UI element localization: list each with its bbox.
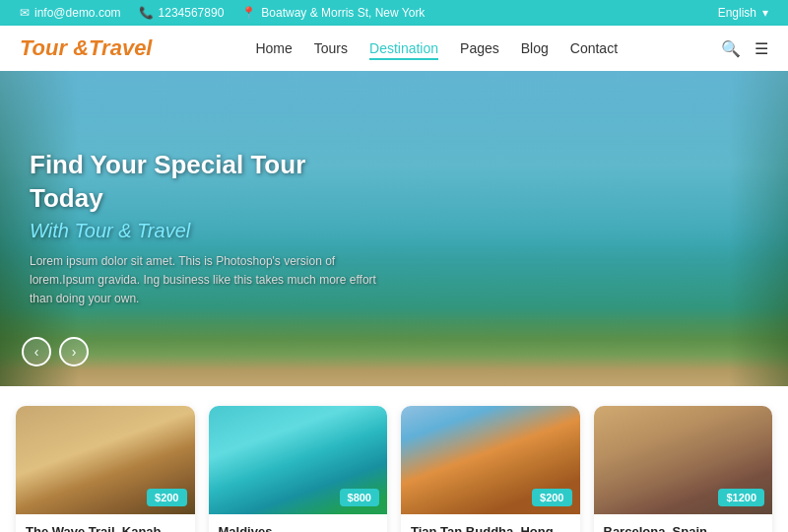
card-title: Barcelona, Spain: [604, 524, 763, 532]
card-image-wrap: $800: [209, 406, 388, 514]
chevron-down-icon: ▾: [762, 6, 768, 20]
wave-trail-card[interactable]: $200 The Wave Trail, Kanab Platea rutrum…: [16, 406, 195, 532]
nav-item-blog[interactable]: Blog: [521, 39, 549, 57]
nav-item-contact[interactable]: Contact: [570, 39, 618, 57]
search-icon[interactable]: 🔍: [721, 39, 741, 58]
logo-text: Tour &Travel: [20, 35, 152, 60]
email-item: ✉ info@demo.com: [20, 6, 121, 20]
card-price-badge: $800: [340, 489, 379, 506]
hero-section: Find Your Special Tour Today With Tour &…: [0, 71, 788, 386]
email-text: info@demo.com: [34, 6, 121, 20]
card-image-wrap: $200: [16, 406, 195, 514]
card-body: Maldives Platea rutrum. Enim quam: [209, 514, 388, 532]
card-image-wrap: $200: [401, 406, 580, 514]
hero-next-button[interactable]: ›: [59, 337, 89, 366]
address-text: Boatway & Morris St, New York: [261, 6, 425, 20]
top-bar: ✉ info@demo.com 📞 1234567890 📍 Boatway &…: [0, 0, 788, 26]
card-title: Maldives: [219, 524, 378, 532]
hero-subtitle: With Tour & Travel: [30, 220, 384, 242]
card-body: Barcelona, Spain Platea rutrum. Enim qua…: [594, 514, 773, 532]
phone-item: 📞 1234567890: [139, 6, 225, 20]
card-title: The Wave Trail, Kanab: [26, 524, 185, 532]
hero-nav-buttons: ‹ ›: [22, 337, 89, 366]
navbar: Tour &Travel Home Tours Destination Page…: [0, 26, 788, 71]
email-icon: ✉: [20, 6, 30, 20]
barcelona-card[interactable]: $1200 Barcelona, Spain Platea rutrum. En…: [594, 406, 773, 532]
card-title: Tian Tan Buddha, HongKong: [411, 524, 570, 532]
nav-item-tours[interactable]: Tours: [314, 39, 348, 57]
hero-prev-button[interactable]: ‹: [22, 337, 51, 366]
hero-description: Lorem ipsum dolor sit amet. This is Phot…: [30, 252, 384, 309]
language-text: English: [718, 6, 756, 20]
card-body: Tian Tan Buddha, HongKong Platea rutrum.…: [401, 514, 580, 532]
maldives-card[interactable]: $800 Maldives Platea rutrum. Enim quam: [209, 406, 388, 532]
card-price-badge: $200: [147, 489, 186, 506]
top-bar-left: ✉ info@demo.com 📞 1234567890 📍 Boatway &…: [20, 6, 425, 20]
address-item: 📍 Boatway & Morris St, New York: [241, 6, 425, 20]
language-selector[interactable]: English ▾: [718, 6, 768, 20]
card-price-badge: $200: [532, 489, 571, 506]
tian-tan-card[interactable]: $200 Tian Tan Buddha, HongKong Platea ru…: [401, 406, 580, 532]
nav-item-destination[interactable]: Destination: [369, 39, 438, 57]
menu-icon[interactable]: ☰: [755, 39, 768, 58]
card-body: The Wave Trail, Kanab Platea rutrum. Eni…: [16, 514, 195, 532]
nav-links: Home Tours Destination Pages Blog Contac…: [255, 39, 618, 57]
site-logo[interactable]: Tour &Travel: [20, 35, 152, 61]
nav-item-home[interactable]: Home: [255, 39, 292, 57]
hero-title: Find Your Special Tour Today: [30, 149, 384, 216]
location-icon: 📍: [241, 6, 256, 20]
cards-section: $200 The Wave Trail, Kanab Platea rutrum…: [0, 386, 788, 532]
phone-text: 1234567890: [159, 6, 225, 20]
card-image-wrap: $1200: [594, 406, 773, 514]
hero-content: Find Your Special Tour Today With Tour &…: [0, 149, 414, 308]
card-price-badge: $1200: [718, 489, 764, 506]
nav-icons: 🔍 ☰: [721, 39, 768, 58]
nav-item-pages[interactable]: Pages: [460, 39, 499, 57]
phone-icon: 📞: [139, 6, 154, 20]
